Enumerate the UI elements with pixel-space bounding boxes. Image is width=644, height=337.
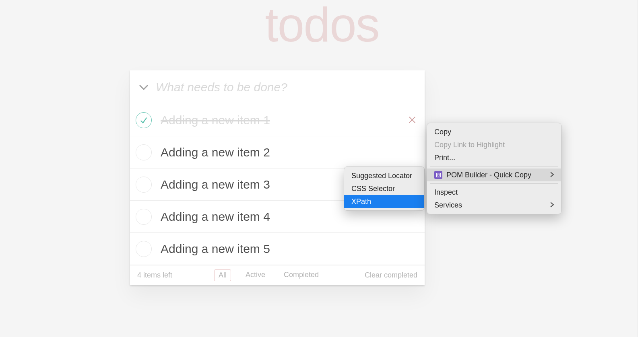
check-icon[interactable] xyxy=(136,209,152,225)
submenu-xpath[interactable]: XPath xyxy=(344,195,424,208)
new-todo-input[interactable] xyxy=(152,80,425,94)
check-icon[interactable] xyxy=(136,112,152,128)
ctx-services[interactable]: Services xyxy=(427,199,561,212)
todo-label: Adding a new item 2 xyxy=(161,146,270,159)
todo-label: Adding a new item 4 xyxy=(161,210,270,224)
submenu-suggested-locator[interactable]: Suggested Locator xyxy=(344,169,424,182)
todo-item[interactable]: Adding a new item 1 xyxy=(130,104,425,136)
app-title: todos xyxy=(0,0,644,52)
context-menu: Copy Copy Link to Highlight Print... POM… xyxy=(427,123,561,214)
todo-label: Adding a new item 3 xyxy=(161,178,270,191)
separator xyxy=(430,166,558,166)
header xyxy=(130,70,425,104)
items-left: 4 items left xyxy=(137,271,172,279)
check-icon[interactable] xyxy=(136,144,152,160)
todo-label: Adding a new item 1 xyxy=(161,113,270,127)
submenu-pom: Suggested Locator CSS Selector XPath xyxy=(344,166,425,211)
ctx-copy[interactable]: Copy xyxy=(427,125,561,138)
pom-icon xyxy=(434,171,442,179)
filter-active[interactable]: Active xyxy=(242,269,269,281)
svg-rect-0 xyxy=(436,173,440,177)
scrollbar[interactable] xyxy=(638,0,644,337)
clear-completed[interactable]: Clear completed xyxy=(365,271,417,279)
footer: 4 items left All Active Completed Clear … xyxy=(130,265,425,285)
ctx-services-label: Services xyxy=(434,201,462,210)
filter-all[interactable]: All xyxy=(214,269,231,281)
filter-completed[interactable]: Completed xyxy=(280,269,323,281)
separator xyxy=(430,183,558,184)
filters: All Active Completed xyxy=(172,269,365,281)
todo-item[interactable]: Adding a new item 5 xyxy=(130,233,425,265)
ctx-inspect[interactable]: Inspect xyxy=(427,186,561,199)
ctx-pom-label: POM Builder - Quick Copy xyxy=(446,171,531,179)
ctx-copy-link: Copy Link to Highlight xyxy=(427,138,561,151)
chevron-right-icon xyxy=(538,171,554,179)
check-icon[interactable] xyxy=(136,241,152,257)
toggle-all-icon[interactable] xyxy=(136,84,152,90)
todo-item[interactable]: Adding a new item 2 xyxy=(130,136,425,168)
submenu-css-selector[interactable]: CSS Selector xyxy=(344,182,424,195)
destroy-icon[interactable] xyxy=(408,114,417,126)
chevron-right-icon xyxy=(538,201,554,210)
ctx-pom-builder[interactable]: POM Builder - Quick Copy xyxy=(427,168,561,181)
check-icon[interactable] xyxy=(136,177,152,193)
ctx-print[interactable]: Print... xyxy=(427,151,561,164)
todo-label: Adding a new item 5 xyxy=(161,242,270,256)
